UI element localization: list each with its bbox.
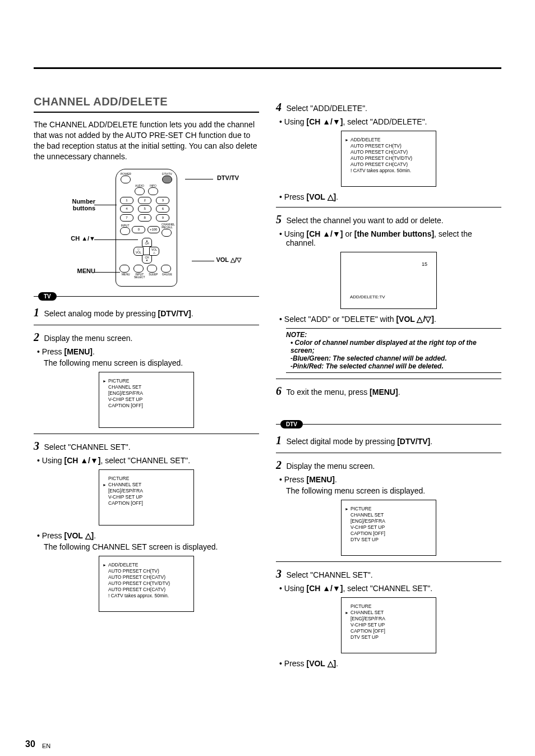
top-rule xyxy=(34,67,501,69)
callout-number: Number buttons xyxy=(62,198,95,211)
step-2-bullet: Press [MENU]. xyxy=(44,347,259,356)
dtv-step-1: 1 Select digital mode by pressing [DTV/T… xyxy=(276,434,501,447)
step-5: 5 Select the channel you want to add or … xyxy=(276,213,501,226)
info-button-icon xyxy=(148,187,158,195)
remote-body: POWER DTV/TV AUDIO xyxy=(116,169,177,287)
dpad-icon: ▲CH CH▼ ▽VOL VOL△ xyxy=(133,238,159,264)
dtv-badge: DTV xyxy=(280,420,303,428)
osd-channel-set-1: ADD/DELETE AUTO PRESET CH(TV) AUTO PRESE… xyxy=(99,556,194,612)
osd-channel-display: 15 ADD/DELETE:TV xyxy=(340,252,437,309)
step-4: 4 Select "ADD/DELETE". xyxy=(276,101,501,114)
step-2: 2 Display the menu screen. xyxy=(34,331,259,344)
menu-button-icon xyxy=(119,265,130,273)
callout-dtvtv: DTV/TV xyxy=(217,174,239,181)
callout-vol: VOL △/▽ xyxy=(216,256,241,264)
dtv-badge-line: DTV xyxy=(276,420,501,428)
step-1: 1 Select analog mode by pressing [DTV/TV… xyxy=(34,306,259,319)
input-button-icon xyxy=(120,227,130,235)
note-box: NOTE: • Color of channel number displaye… xyxy=(286,328,501,373)
section-title: CHANNEL ADD/DELETE xyxy=(34,95,259,108)
dtv-step-2: 2 Display the menu screen. xyxy=(276,459,501,472)
page-number: 30 xyxy=(25,739,35,749)
page-lang: EN xyxy=(42,743,50,749)
step-6: 6 To exit the menu, press [MENU]. xyxy=(276,385,501,398)
tv-badge: TV xyxy=(38,292,57,301)
osd-menu-1: PICTURE CHANNEL SET [ENG]/ESP/FRA V-CHIP… xyxy=(99,372,194,428)
right-column: 4 Select "ADD/DELETE". Using [CH ▲/▼], s… xyxy=(276,95,501,670)
callout-chud: CH ▲/▼ xyxy=(62,235,95,242)
step-3: 3 Select "CHANNEL SET". xyxy=(34,440,259,453)
intro-text: The CHANNEL ADD/DELETE function lets you… xyxy=(34,119,259,162)
audio-button-icon xyxy=(135,187,145,195)
callout-menu: MENU xyxy=(65,268,95,274)
tv-badge-line: TV xyxy=(34,292,259,301)
osd-dtv-menu-2: PICTURE CHANNEL SET [ENG]/ESP/FRA V-CHIP… xyxy=(341,597,436,653)
power-button-icon xyxy=(121,176,131,183)
manual-page: CHANNEL ADD/DELETE The CHANNEL ADD/DELET… xyxy=(0,0,535,756)
remote-illustration: DTV/TV Number buttons CH ▲/▼ MENU VOL △/… xyxy=(87,169,205,287)
title-rule xyxy=(34,112,259,113)
dtv-step-3: 3 Select "CHANNEL SET". xyxy=(276,568,501,580)
dtvtv-button-icon xyxy=(162,176,172,183)
ch-recall-button-icon xyxy=(162,229,172,237)
osd-dtv-menu-1: PICTURE CHANNEL SET [ENG]/ESP/FRA V-CHIP… xyxy=(341,500,436,556)
left-column: CHANNEL ADD/DELETE The CHANNEL ADD/DELET… xyxy=(34,95,259,670)
number-pad-icon: 123 456 789 xyxy=(120,197,173,222)
plus100-button-icon: +100 xyxy=(147,226,160,233)
osd-menu-2: PICTURE CHANNEL SET [ENG]/ESP/FRA V-CHIP… xyxy=(99,469,194,525)
osd-channel-set-2: ADD/DELETE AUTO PRESET CH(TV) AUTO PRESE… xyxy=(341,131,436,187)
